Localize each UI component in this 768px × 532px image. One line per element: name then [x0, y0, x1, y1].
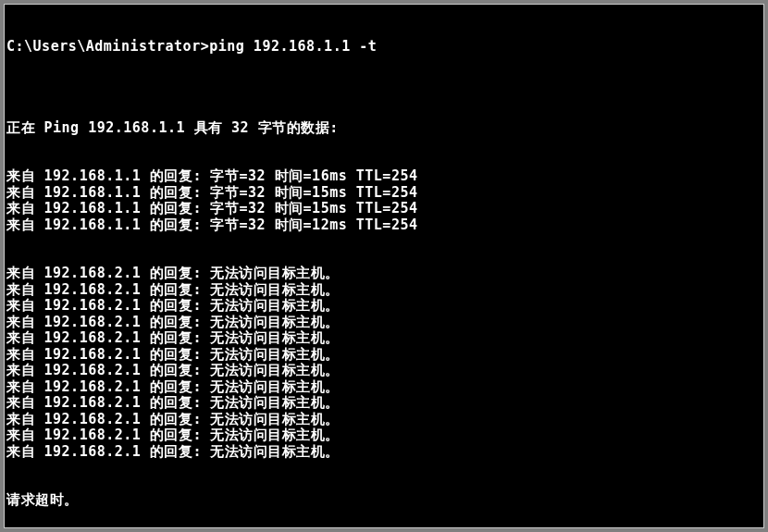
ping-unreachable-line: 来自 192.168.2.1 的回复: 无法访问目标主机。	[6, 363, 762, 379]
ping-reply-line: 来自 192.168.1.1 的回复: 字节=32 时间=15ms TTL=25…	[6, 185, 762, 202]
ping-unreachable-line: 来自 192.168.2.1 的回复: 无法访问目标主机。	[6, 298, 762, 315]
ping-unreachable-line: 来自 192.168.2.1 的回复: 无法访问目标主机。	[6, 427, 762, 444]
ping-unreachable-line: 来自 192.168.2.1 的回复: 无法访问目标主机。	[6, 330, 762, 347]
timeout-line: 请求超时。	[6, 492, 762, 509]
ping-unreachable-line: 来自 192.168.2.1 的回复: 无法访问目标主机。	[6, 444, 762, 461]
ping-reply-line: 来自 192.168.1.1 的回复: 字节=32 时间=16ms TTL=25…	[6, 168, 762, 185]
ping-unreachable-line: 来自 192.168.2.1 的回复: 无法访问目标主机。	[6, 412, 762, 428]
ping-unreachable-line: 来自 192.168.2.1 的回复: 无法访问目标主机。	[6, 395, 762, 412]
ping-unreachable-line: 来自 192.168.2.1 的回复: 无法访问目标主机。	[6, 315, 762, 331]
console-window[interactable]: C:\Users\Administrator>ping 192.168.1.1 …	[4, 4, 764, 528]
ping-header: 正在 Ping 192.168.1.1 具有 32 字节的数据:	[6, 120, 762, 137]
ping-reply-line: 来自 192.168.1.1 的回复: 字节=32 时间=15ms TTL=25…	[6, 201, 762, 217]
prompt-line: C:\Users\Administrator>ping 192.168.1.1 …	[6, 39, 762, 56]
ping-unreachable-line: 来自 192.168.2.1 的回复: 无法访问目标主机。	[6, 266, 762, 282]
ping-unreachable-line: 来自 192.168.2.1 的回复: 无法访问目标主机。	[6, 379, 762, 396]
reply-block-1: 来自 192.168.1.1 的回复: 字节=32 时间=16ms TTL=25…	[6, 168, 762, 233]
ping-unreachable-line: 来自 192.168.2.1 的回复: 无法访问目标主机。	[6, 282, 762, 299]
unreachable-block: 来自 192.168.2.1 的回复: 无法访问目标主机。来自 192.168.…	[6, 266, 762, 460]
ping-unreachable-line: 来自 192.168.2.1 的回复: 无法访问目标主机。	[6, 347, 762, 364]
ping-reply-line: 来自 192.168.1.1 的回复: 字节=32 时间=12ms TTL=25…	[6, 217, 762, 234]
